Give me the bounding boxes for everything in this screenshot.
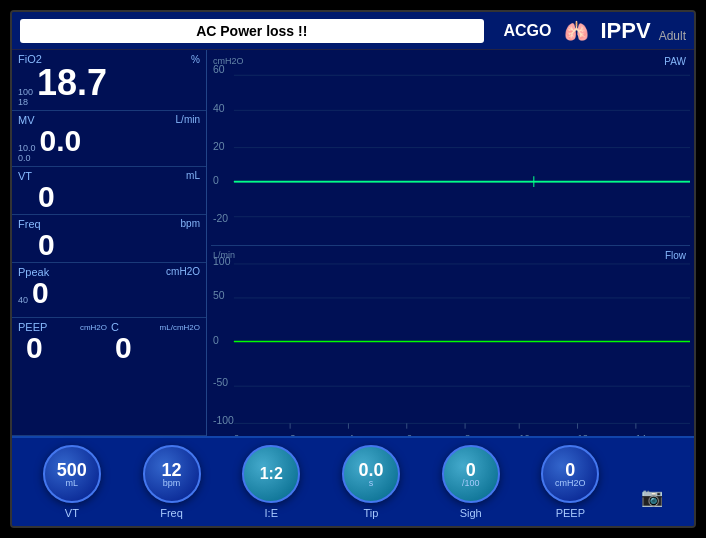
svg-text:10: 10 xyxy=(519,433,529,436)
mv-label: MV xyxy=(18,114,35,126)
flow-chart: L/min Flow 100 50 0 -50 -100 xyxy=(211,248,690,436)
screen: AC Power loss !! ACGO 🫁 IPPV Adult FiO2 … xyxy=(10,10,696,528)
sigh-button[interactable]: 0 /100 xyxy=(442,445,500,503)
flow-y-unit: L/min xyxy=(213,250,235,260)
patient-type-label: Adult xyxy=(659,29,686,43)
tip-button-container: 0.0 s Tip xyxy=(342,445,400,519)
svg-text:-100: -100 xyxy=(213,415,234,427)
svg-text:20: 20 xyxy=(213,140,225,152)
ppeak-unit: cmH2O xyxy=(166,266,200,277)
svg-text:2: 2 xyxy=(290,433,295,436)
peep-unit: cmH2O xyxy=(80,323,107,332)
sigh-btn-subvalue: /100 xyxy=(462,479,480,488)
ie-button[interactable]: 1:2 xyxy=(242,445,300,503)
camera-button-container: 📷 xyxy=(641,456,663,508)
sigh-btn-value: 0 xyxy=(466,461,476,479)
mv-range: 10.0 0.0 xyxy=(18,144,36,164)
vt-button[interactable]: 500 mL xyxy=(43,445,101,503)
bottom-bar: 500 mL VT 12 bpm Freq 1:2 I:E 0.0 s Tip xyxy=(12,436,694,526)
freq-value: 0 xyxy=(38,230,55,260)
flow-svg: 100 50 0 -50 -100 0 2 xyxy=(211,248,690,436)
tip-btn-subvalue: s xyxy=(369,479,374,488)
svg-text:14: 14 xyxy=(636,433,646,436)
freq-unit: bpm xyxy=(181,218,200,229)
svg-text:8: 8 xyxy=(465,433,470,436)
svg-text:0: 0 xyxy=(213,334,219,346)
paw-chart: cmH2O PAW 60 40 20 0 -20 xyxy=(211,54,690,246)
peep-btn-value: 0 xyxy=(565,461,575,479)
mv-unit: L/min xyxy=(176,114,200,125)
vt-btn-value: 500 xyxy=(57,461,87,479)
peep-button-container: 0 cmH2O PEEP xyxy=(541,445,599,519)
tip-button[interactable]: 0.0 s xyxy=(342,445,400,503)
fio2-range: 100 18 xyxy=(18,88,33,108)
svg-text:0: 0 xyxy=(234,433,239,436)
ie-btn-value: 1:2 xyxy=(260,466,283,482)
mv-value: 0.0 xyxy=(40,126,82,156)
tip-btn-label: Tip xyxy=(364,507,379,519)
peep-row[interactable]: PEEP cmH2O 0 C mL/cmH2O 0 xyxy=(12,318,206,436)
vt-button-container: 500 mL VT xyxy=(43,445,101,519)
svg-text:s: s xyxy=(680,433,685,436)
tip-btn-value: 0.0 xyxy=(358,461,383,479)
right-panel: cmH2O PAW 60 40 20 0 -20 xyxy=(207,50,694,436)
vent-mode-label: IPPV xyxy=(601,18,651,44)
paw-y-unit: cmH2O xyxy=(213,56,244,66)
alert-banner: AC Power loss !! xyxy=(20,19,484,43)
vt-btn-label: VT xyxy=(65,507,79,519)
peep-btn-label: PEEP xyxy=(556,507,585,519)
freq-button-container: 12 bpm Freq xyxy=(143,445,201,519)
sigh-button-container: 0 /100 Sigh xyxy=(442,445,500,519)
left-panel: FiO2 % 100 18 18.7 MV L/min xyxy=(12,50,207,436)
vt-label: VT xyxy=(18,170,32,182)
paw-svg: 60 40 20 0 -20 xyxy=(211,54,690,245)
ppeak-range: 40 xyxy=(18,296,28,316)
main-content: FiO2 % 100 18 18.7 MV L/min xyxy=(12,50,694,436)
svg-text:12: 12 xyxy=(578,433,588,436)
ie-button-container: 1:2 I:E xyxy=(242,445,300,519)
svg-text:0: 0 xyxy=(213,174,219,186)
ie-btn-label: I:E xyxy=(265,507,278,519)
vt-row[interactable]: VT mL 0 xyxy=(12,167,206,215)
fio2-unit: % xyxy=(191,54,200,65)
sigh-btn-label: Sigh xyxy=(460,507,482,519)
freq-btn-value: 12 xyxy=(162,461,182,479)
compliance-value: 0 xyxy=(115,331,132,364)
freq-btn-subvalue: bpm xyxy=(163,479,181,488)
svg-text:50: 50 xyxy=(213,289,225,301)
peep-value: 0 xyxy=(26,331,43,364)
svg-text:40: 40 xyxy=(213,102,225,114)
ppeak-value: 0 xyxy=(32,278,49,308)
vt-unit: mL xyxy=(186,170,200,181)
peep-button[interactable]: 0 cmH2O xyxy=(541,445,599,503)
svg-text:6: 6 xyxy=(407,433,412,436)
lung-icon: 🫁 xyxy=(564,19,589,43)
flow-label: Flow xyxy=(665,250,686,261)
fio2-value: 18.7 xyxy=(37,65,107,101)
fio2-row[interactable]: FiO2 % 100 18 18.7 xyxy=(12,50,206,111)
vt-value: 0 xyxy=(38,182,55,212)
header: AC Power loss !! ACGO 🫁 IPPV Adult xyxy=(12,12,694,50)
mv-row[interactable]: MV L/min 10.0 0.0 0.0 xyxy=(12,111,206,167)
paw-label: PAW xyxy=(664,56,686,67)
compliance-unit: mL/cmH2O xyxy=(160,323,200,332)
freq-row[interactable]: Freq bpm 0 xyxy=(12,215,206,263)
svg-text:-50: -50 xyxy=(213,376,228,388)
peep-btn-subvalue: cmH2O xyxy=(555,479,586,488)
vt-btn-subvalue: mL xyxy=(66,479,79,488)
freq-button[interactable]: 12 bpm xyxy=(143,445,201,503)
mode-label: ACGO xyxy=(504,22,552,40)
svg-text:4: 4 xyxy=(348,433,353,436)
ppeak-row[interactable]: Ppeak cmH2O 40 0 xyxy=(12,263,206,319)
camera-icon[interactable]: 📷 xyxy=(641,486,663,508)
svg-text:-20: -20 xyxy=(213,212,228,224)
freq-btn-label: Freq xyxy=(160,507,183,519)
